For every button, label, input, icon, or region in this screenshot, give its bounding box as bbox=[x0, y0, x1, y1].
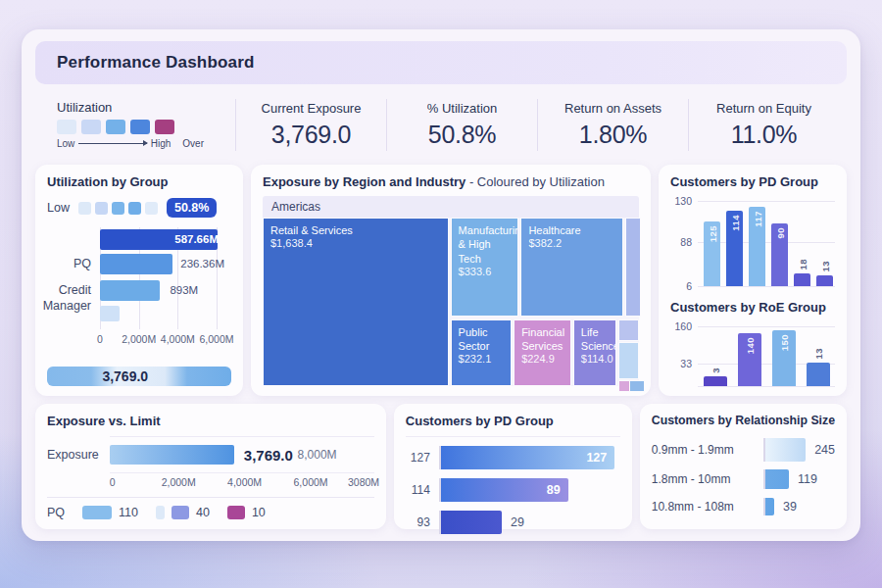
bar[interactable] bbox=[765, 469, 789, 489]
panel-title: Utilization by Group bbox=[47, 174, 231, 189]
bar-track: 245 bbox=[763, 438, 835, 462]
x-axis: 0 2,000M 4,000M 6,000M 3080M bbox=[110, 476, 374, 490]
low-label: Low bbox=[47, 201, 70, 215]
bullet-value: 3,769.0 bbox=[102, 368, 148, 384]
treemap-cell-small[interactable] bbox=[629, 380, 645, 392]
panel-customers-pd-hbar: Customers by PD Group 127 127 114 89 bbox=[394, 404, 632, 529]
group-label: Credit Manager bbox=[40, 282, 91, 315]
legend-swatch bbox=[172, 506, 189, 519]
bar[interactable]: 117 bbox=[749, 207, 765, 286]
bar-row: 1.8mm - 10mm 119 bbox=[652, 469, 835, 489]
bar-track: 119 bbox=[763, 469, 835, 489]
panel-exposure-vs-limit: Exposure vs. Limit Exposure 3,769.0 8,00… bbox=[35, 404, 386, 529]
bar[interactable]: 140 bbox=[738, 333, 761, 386]
bar[interactable] bbox=[100, 280, 160, 301]
bar-value: 90 bbox=[774, 227, 785, 239]
bar-value: 236.36M bbox=[180, 254, 224, 274]
cell-name: Life Sciences bbox=[581, 325, 609, 354]
bar-value: 587.66M bbox=[174, 229, 219, 250]
group-label: PQ bbox=[74, 257, 91, 270]
axis-tick: 2,000M bbox=[122, 333, 156, 345]
bar[interactable] bbox=[100, 254, 172, 274]
treemap-cell-financial-services[interactable]: Financial Services $224.9 bbox=[514, 319, 571, 386]
bar-value: 39 bbox=[783, 500, 797, 514]
utilization-legend-title: Utilization bbox=[57, 100, 235, 115]
panel-title: Customers by PD Group bbox=[670, 174, 835, 189]
axis-tick: 6,000M bbox=[200, 333, 234, 345]
exposure-fill-bar[interactable] bbox=[110, 445, 234, 465]
bar[interactable]: 90 bbox=[771, 223, 788, 286]
axis-tick: 130 bbox=[674, 195, 692, 207]
treemap-cell-public-sector[interactable]: Public Sector $232.1 bbox=[451, 319, 513, 386]
dashboard-card: Performance Dashboard Utilization Low Hi… bbox=[22, 29, 860, 541]
bar-value: 150 bbox=[779, 334, 790, 351]
bar-row: 114 89 bbox=[406, 478, 620, 502]
bar[interactable]: 127 bbox=[441, 446, 614, 469]
bar-value: 13 bbox=[819, 261, 830, 272]
customers-by-pd-chart: 130 88 6 125 114 117 90 18 bbox=[698, 201, 835, 286]
bars: 0.9mm - 1.9mm 245 1.8mm - 10mm 119 10.8m… bbox=[652, 434, 835, 519]
bar[interactable]: 114 bbox=[726, 211, 743, 286]
utilization-bullet-bar[interactable]: 3,769.0 bbox=[47, 367, 231, 386]
legend-swatch bbox=[227, 506, 245, 519]
treemap-cell-manufacturing[interactable]: Manufacturing & High Tech $333.6 bbox=[451, 218, 519, 317]
panel-utilization-by-group: Utilization by Group Low 50.8% 587.66M 2… bbox=[35, 165, 243, 396]
treemap-cell-small[interactable] bbox=[618, 342, 639, 380]
category-label: 127 bbox=[406, 451, 439, 465]
kpi-return-on-assets: Return on Assets 1.80% bbox=[537, 99, 688, 151]
panel-title: Customers by PD Group bbox=[406, 414, 620, 428]
utilization-mini-legend: Low 50.8% bbox=[47, 198, 231, 218]
panel-customer-charts: Customers by PD Group 130 88 6 125 114 1… bbox=[659, 165, 847, 396]
bar-value: 127 bbox=[586, 446, 607, 469]
bar[interactable]: 125 bbox=[704, 221, 720, 286]
legend-value: 110 bbox=[119, 506, 138, 519]
legend-low-label: Low bbox=[57, 138, 74, 149]
bar[interactable] bbox=[765, 498, 774, 515]
bar-value: 13 bbox=[813, 348, 824, 360]
legend-swatch bbox=[130, 120, 150, 134]
cell-name: Financial Services bbox=[521, 325, 564, 354]
panel-title: Exposure vs. Limit bbox=[47, 414, 374, 428]
bar[interactable] bbox=[100, 306, 120, 321]
bar-value: 114 bbox=[729, 215, 740, 231]
bullet-track: 3,769.0 8,000M bbox=[110, 436, 374, 473]
cell-value: $382.2 bbox=[528, 237, 614, 249]
treemap-cell-small[interactable] bbox=[625, 218, 641, 317]
legend-swatch bbox=[81, 120, 101, 134]
bar[interactable] bbox=[441, 511, 502, 534]
bar[interactable]: 3 bbox=[704, 376, 727, 386]
bar[interactable]: 89 bbox=[441, 478, 568, 502]
legend-label: PQ bbox=[47, 506, 65, 519]
axis-tick: 160 bbox=[674, 320, 692, 332]
treemap-cell-life-sciences[interactable]: Life Sciences $114.0 bbox=[573, 319, 616, 386]
arrow-icon bbox=[78, 143, 146, 144]
bar[interactable]: 13 bbox=[816, 275, 833, 286]
legend-swatch bbox=[145, 202, 158, 215]
axis-tick: 0 bbox=[110, 476, 116, 488]
bar[interactable]: 18 bbox=[794, 273, 810, 286]
legend-over-label: Over bbox=[182, 138, 204, 149]
bar-row: 93 29 bbox=[406, 511, 620, 534]
axis-tick: 6 bbox=[686, 280, 692, 292]
bar[interactable] bbox=[765, 438, 806, 462]
legend-swatch bbox=[95, 202, 108, 215]
category-label: 114 bbox=[406, 483, 439, 497]
treemap-region-header[interactable]: Americas bbox=[263, 196, 639, 218]
cell-value: $224.9 bbox=[521, 353, 564, 365]
treemap-title: Exposure by Region and Industry bbox=[263, 174, 466, 189]
bars: 125 114 117 90 18 13 bbox=[704, 201, 833, 286]
treemap-cell-healthcare[interactable]: Healthcare $382.2 bbox=[520, 218, 622, 317]
bar[interactable]: 13 bbox=[807, 363, 830, 386]
utilization-legend-scale: Low High Over bbox=[57, 138, 204, 149]
treemap-cell-retail-services[interactable]: Retail & Services $1,638.4 bbox=[263, 218, 449, 386]
category-label: 10.8mm - 108m bbox=[652, 500, 763, 514]
bar-value: 893M bbox=[170, 280, 198, 301]
bar[interactable]: 150 bbox=[772, 330, 796, 387]
bar-track: 29 bbox=[439, 511, 620, 534]
axis-tick: 88 bbox=[680, 236, 692, 248]
cell-name: Retail & Services bbox=[270, 223, 441, 237]
axis-tick: 4,000M bbox=[227, 476, 262, 488]
treemap-cell-small[interactable] bbox=[618, 319, 639, 341]
cell-name: Healthcare bbox=[528, 223, 614, 237]
customers-by-roe-chart: 160 33 3 140 150 13 bbox=[698, 326, 835, 386]
